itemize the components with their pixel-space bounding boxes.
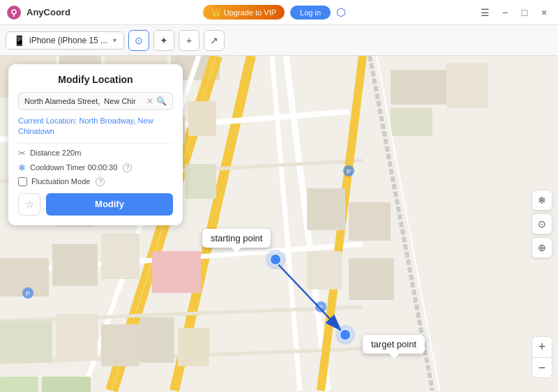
- login-button[interactable]: Log in: [290, 6, 331, 20]
- svg-text:P: P: [26, 290, 30, 297]
- cooldown-row: ❄ Cooldown Timer 00:00:30 ?: [18, 163, 173, 173]
- svg-text:P: P: [347, 168, 351, 175]
- arrows-btn[interactable]: ✦: [153, 30, 174, 51]
- svg-point-0: [12, 10, 16, 14]
- svg-rect-41: [42, 377, 91, 392]
- titlebar-center: 👑 Upgrade to VIP Log in ⬡: [203, 5, 346, 20]
- device-selector[interactable]: 📱 iPhone (iPhone 15 ... ▾: [6, 31, 124, 50]
- svg-rect-42: [0, 377, 38, 392]
- map-controls-right: ❄ ⊙ ⊕: [531, 190, 552, 258]
- device-name: iPhone (iPhone 15 ...: [29, 36, 107, 45]
- cooldown-text: Cooldown Timer 00:00:30: [30, 163, 117, 172]
- export-icon: ↗: [210, 35, 218, 46]
- panel-footer: ☆ Modify: [18, 193, 173, 216]
- distance-row: ✂ Distance 220m: [18, 148, 173, 158]
- svg-rect-21: [391, 108, 432, 136]
- panel-title: Modify Location: [18, 74, 173, 85]
- search-icon[interactable]: 🔍: [156, 96, 167, 106]
- snowflake-icon: ❄: [18, 163, 26, 173]
- main-content: P P P P: [0, 56, 558, 392]
- export-btn[interactable]: ↗: [204, 30, 225, 51]
- ruler-icon: ✂: [18, 148, 26, 158]
- svg-rect-34: [307, 251, 342, 289]
- target-point-label: target point: [363, 335, 425, 354]
- chevron-down-icon: ▾: [113, 36, 116, 44]
- svg-rect-40: [178, 328, 209, 366]
- snowflake-btn[interactable]: ❄: [531, 190, 552, 211]
- discord-icon: ⬡: [336, 6, 346, 19]
- zoom-in-button[interactable]: +: [531, 336, 552, 357]
- modify-panel: Modify Location ✕ 🔍 Current Location: No…: [8, 64, 183, 225]
- app-logo: [7, 6, 21, 20]
- fluctuation-text: Fluctuation Mode: [31, 177, 90, 186]
- close-button[interactable]: ×: [537, 6, 551, 20]
- svg-rect-43: [152, 251, 201, 293]
- favorite-button[interactable]: ☆: [18, 193, 40, 216]
- phone-icon: 📱: [13, 35, 25, 46]
- fluctuation-checkbox[interactable]: [18, 177, 27, 186]
- search-input[interactable]: [24, 97, 146, 105]
- svg-point-55: [266, 250, 285, 269]
- svg-rect-38: [101, 324, 140, 366]
- app-title: AnyCoord: [27, 7, 70, 17]
- svg-rect-32: [307, 188, 345, 230]
- svg-rect-35: [349, 258, 394, 300]
- toolbar: 📱 iPhone (iPhone 15 ... ▾ ⊙ ✦ + ↗: [0, 25, 558, 56]
- route-btn[interactable]: +: [179, 30, 199, 51]
- svg-rect-31: [101, 234, 140, 279]
- compass-btn[interactable]: ⊕: [531, 237, 552, 258]
- distance-text: Distance 220m: [30, 149, 81, 157]
- star-icon: ☆: [25, 198, 34, 211]
- fluctuation-row: Fluctuation Mode ?: [18, 177, 173, 186]
- svg-rect-33: [349, 202, 391, 241]
- arrows-icon: ✦: [160, 35, 168, 46]
- titlebar-right: ☰ − □ ×: [478, 6, 551, 20]
- svg-point-57: [335, 325, 355, 345]
- menu-button[interactable]: ☰: [478, 6, 492, 20]
- svg-rect-36: [0, 321, 52, 363]
- maximize-button[interactable]: □: [518, 6, 531, 20]
- svg-rect-28: [185, 164, 216, 199]
- crown-icon: 👑: [211, 8, 221, 17]
- cooldown-help-icon[interactable]: ?: [123, 163, 132, 172]
- modify-button[interactable]: Modify: [46, 193, 173, 216]
- upgrade-vip-button[interactable]: 👑 Upgrade to VIP: [203, 5, 285, 20]
- svg-rect-24: [188, 101, 216, 136]
- minimize-button[interactable]: −: [498, 6, 512, 20]
- location-btn[interactable]: ⊙: [128, 30, 149, 51]
- svg-rect-39: [140, 317, 174, 363]
- current-location-text[interactable]: Current Location: North Broadway, New Ch…: [18, 116, 173, 137]
- target-icon: ⊙: [135, 35, 143, 46]
- search-bar: ✕ 🔍: [18, 92, 173, 110]
- svg-rect-30: [52, 244, 98, 286]
- starting-point-label: starting point: [202, 229, 271, 248]
- fluctuation-help-icon[interactable]: ?: [96, 177, 105, 186]
- svg-rect-20: [446, 63, 488, 108]
- clear-icon[interactable]: ✕: [146, 96, 153, 106]
- route-icon: +: [186, 35, 192, 46]
- svg-rect-19: [391, 70, 446, 105]
- zoom-out-button[interactable]: −: [531, 357, 552, 378]
- svg-rect-37: [56, 314, 98, 359]
- zoom-controls: + −: [531, 336, 552, 378]
- titlebar: AnyCoord 👑 Upgrade to VIP Log in ⬡ ☰ − □…: [0, 0, 558, 25]
- divider-1: [18, 143, 173, 144]
- titlebar-left: AnyCoord: [7, 6, 70, 20]
- settings-location-btn[interactable]: ⊙: [531, 213, 552, 234]
